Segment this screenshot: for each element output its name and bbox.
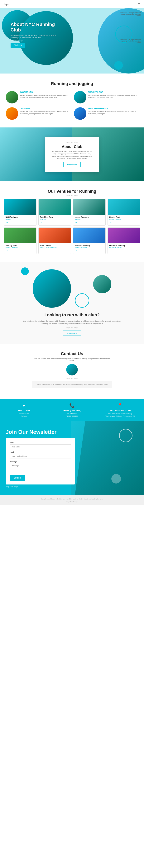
venue-card-0[interactable]: NYC Training Running → [4,199,36,225]
contact-card-line1-1: +91 1 567 890 [51,413,93,415]
about-club-section: Images from Freepik About Club NYC's Mam… [0,127,144,181]
venue-arrow-3[interactable]: → [109,221,138,224]
venue-card-6[interactable]: Athletik Training Fitness · Running → [73,227,106,254]
venue-body-5: Nike Center Indoor Cycling · Running → [38,243,71,254]
jogging-text: Sample text. Lorem ipsum dolor sit amet,… [20,111,70,115]
footer-text: Sample text. Click to select the text bo… [6,498,138,500]
run-circle-small [93,275,111,293]
venue-card-1[interactable]: Triathlon Crew Triathlon → [38,199,71,225]
contact-section: Contact Us Use our contact form for all … [0,344,144,399]
contact-title: Contact Us [6,351,138,356]
hero-description: Nihil venenatis urats sed felis agit ame… [10,34,59,39]
running-text-weight-loss: WEIGHT LOSS Sample text. Lorem ipsum dol… [88,91,138,99]
message-field-group: Message [9,461,71,473]
navigation: logo ≡ [0,0,144,8]
venue-card-4[interactable]: Weekly runs Fitness · Running → [4,227,36,254]
run-circle-outline [75,293,89,308]
contact-cards: ♦ ABOUT CLUB Running Guide Workouts 📞 PH… [0,399,144,421]
menu-icon[interactable]: ≡ [138,2,140,6]
venue-arrow-2[interactable]: → [75,221,104,224]
read-more-button[interactable]: READ MORE [63,162,81,167]
venue-body-6: Athletik Training Fitness · Running → [73,243,106,254]
newsletter-circle-outline [119,429,133,442]
venue-type-0: Running [6,218,35,220]
running-item-workouts: WORKOUTS Sample text. Lorem ipsum dolor … [6,91,70,103]
contact-icon-1: 📞 [51,403,93,408]
contact-card-line2-2: The Courtyard, 45 Green T. Clearwater, U… [99,415,141,417]
email-input[interactable] [9,454,71,459]
venue-card-5[interactable]: Nike Center Indoor Cycling · Running → [38,227,71,254]
venue-name-1: Triathlon Crew [40,216,69,218]
submit-button[interactable]: SUBMIT [9,475,25,480]
newsletter-content: Join Our Newsletter Name Email Message S… [6,429,75,488]
venue-body-1: Triathlon Crew Triathlon → [38,215,71,225]
hero-circle-outline [115,26,133,43]
venue-arrow-0[interactable]: → [6,221,35,224]
venue-arrow-7[interactable]: → [109,249,138,252]
workouts-text: Sample text. Lorem ipsum dolor sit amet,… [20,94,70,99]
name-label: Name [9,442,71,444]
venue-name-0: NYC Training [6,216,35,218]
workouts-title: WORKOUTS [20,91,70,93]
about-img-source: Images from Freepik [51,142,93,143]
name-input[interactable] [9,444,71,450]
venue-arrow-4[interactable]: → [6,249,35,252]
running-img-weight-loss [74,91,86,103]
contact-card-0: ♦ ABOUT CLUB Running Guide Workouts [0,399,48,421]
contact-form-text: Use our contact form for all information… [34,384,110,385]
running-item-health: HEALTH BENEFITS Sample text. Lorem ipsum… [74,107,138,120]
about-club-card: Images from Freepik About Club NYC's Mam… [45,137,99,172]
running-text-jogging: JOGGING Sample text. Lorem ipsum dolor s… [20,107,70,115]
running-title: Running and jogging [6,81,138,86]
email-field-group: Email [9,451,71,459]
logo: logo [4,3,9,6]
contact-icon-0: ♦ [3,403,45,408]
venue-type-3: Fitness · Running [109,218,138,220]
contact-desc: Use our contact form for all information… [34,358,110,362]
footer-img-source: Image from Freepik [6,501,138,502]
venue-img-3 [108,199,140,215]
email-label: Email [9,451,71,453]
venue-img-7 [108,228,140,243]
message-label: Message [9,461,71,463]
health-title: HEALTH BENEFITS [88,107,138,110]
venue-arrow-5[interactable]: → [40,249,69,252]
join-button[interactable]: JOIN US [10,43,25,48]
venue-card-3[interactable]: Center Park Fitness · Running → [108,199,140,225]
venue-img-5 [38,228,71,243]
venue-name-2: Urban Runners [75,216,104,218]
venue-body-3: Center Park Fitness · Running → [108,215,140,225]
venue-type-2: Running [75,218,104,220]
venues-section: Our Venues for Running Images from Freep… [0,181,144,261]
venue-img-1 [38,199,71,215]
venues-grid: NYC Training Running → Triathlon Crew Tr… [4,199,140,254]
looking-read-more[interactable]: READ MORE [63,331,81,336]
running-item-jogging: JOGGING Sample text. Lorem ipsum dolor s… [6,107,70,120]
venue-arrow-1[interactable]: → [40,221,69,224]
looking-desc: Our mission at On is to ignite the human… [22,320,122,326]
looking-title: Looking to run with a club? [22,312,122,317]
venues-img-source: Images from Freepik [4,195,140,196]
name-field-group: Name [9,442,71,450]
venue-type-1: Triathlon [40,218,69,220]
venue-img-4 [4,228,36,243]
running-section: Running and jogging WORKOUTS Sample text… [0,73,144,127]
venue-card-2[interactable]: Urban Runners Running → [73,199,106,225]
message-input[interactable] [9,463,71,472]
venue-body-0: NYC Training Running → [4,215,36,225]
contact-card-line2-1: +1 123 456 2106 [51,415,93,417]
newsletter-form: Name Email Message SUBMIT [6,438,75,485]
venue-body-4: Weekly runs Fitness · Running → [4,243,36,254]
hero-text-right1: Sample text. Lorem ipsum dolor sit, adip… [116,12,141,16]
newsletter-title: Join Our Newsletter [6,429,75,435]
venue-name-3: Center Park [109,216,138,218]
health-text: Sample text. Lorem ipsum dolor sit amet,… [88,111,138,115]
newsletter-section: Join Our Newsletter Name Email Message S… [0,421,144,495]
footer: Sample text. Click to select the text bo… [0,495,144,505]
venue-type-4: Fitness · Running [6,247,35,248]
venue-type-5: Indoor Cycling · Running [40,247,69,248]
venue-arrow-6[interactable]: → [75,249,104,252]
venue-card-7[interactable]: Outdoor Training Bootcamp · Fitness → [108,227,140,254]
running-img-health [74,107,86,120]
contact-icon-2: 📍 [99,403,141,408]
